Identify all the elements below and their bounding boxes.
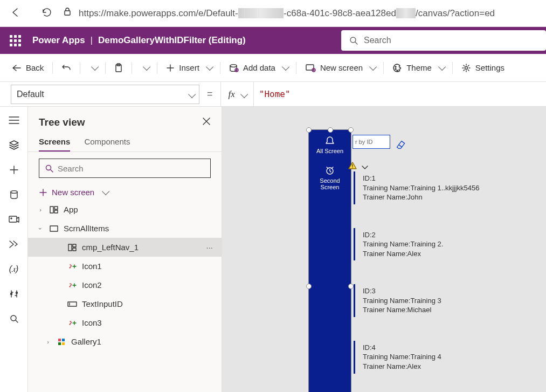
theme-button[interactable]: Theme: [387, 60, 449, 76]
tab-screens[interactable]: Screens: [39, 133, 70, 152]
data-pane-icon[interactable]: [6, 189, 22, 201]
cmp-leftnav-preview[interactable]: All Screen Second Screen: [308, 129, 351, 392]
advanced-tools-icon[interactable]: [6, 288, 22, 300]
url-text[interactable]: https://make.powerapps.com/e/Default-███…: [79, 8, 495, 19]
gallery-item[interactable]: ID:3 Training Name:Training 3 Trainer Na…: [354, 284, 494, 317]
svg-rect-23: [68, 244, 72, 251]
svg-point-8: [395, 66, 396, 67]
site-info-icon[interactable]: [63, 7, 72, 19]
gallery-item[interactable]: ID:2 Training Name:Training 2. Trainer N…: [354, 228, 494, 261]
eraser-icon[interactable]: [394, 139, 407, 152]
nav-all-screen[interactable]: All Screen: [309, 130, 351, 160]
tree-search[interactable]: [39, 159, 211, 178]
tree-search-input[interactable]: [58, 164, 205, 173]
tree-item-app[interactable]: › App: [28, 200, 222, 219]
tree-item-textinputid[interactable]: TextInputID: [28, 294, 222, 313]
variables-icon[interactable]: (𝑥): [6, 263, 22, 275]
new-screen-button[interactable]: New screen: [300, 60, 380, 75]
svg-rect-21: [54, 210, 58, 213]
canvas[interactable]: All Screen Second Screen r by ID ID:1 Tr…: [222, 107, 546, 392]
svg-rect-13: [9, 216, 17, 222]
gallery-item[interactable]: ID:1 Training Name:Training 1..kkjjjkk54…: [354, 171, 494, 204]
tree-panel: Tree view Screens Components New screen …: [28, 107, 222, 392]
tree-new-screen[interactable]: New screen: [28, 184, 222, 200]
search-icon: [349, 36, 358, 45]
power-automate-icon[interactable]: [6, 238, 22, 250]
svg-point-12: [11, 191, 17, 194]
svg-rect-27: [58, 339, 61, 341]
paste-button[interactable]: [109, 60, 128, 76]
settings-button[interactable]: Settings: [456, 60, 510, 76]
svg-rect-30: [62, 342, 65, 345]
media-pane-icon[interactable]: [6, 214, 22, 225]
app-launcher-icon[interactable]: [6, 32, 24, 49]
bell-icon: [324, 135, 335, 146]
equals-label: =: [199, 88, 220, 100]
search-icon: [45, 164, 53, 173]
tree-item-gallery1[interactable]: › Gallery1: [28, 332, 222, 351]
svg-rect-22: [50, 226, 58, 231]
close-icon[interactable]: [202, 117, 211, 128]
tree-item-icon1[interactable]: Icon1: [28, 257, 222, 276]
more-icon[interactable]: ···: [203, 243, 216, 252]
left-rail: (𝑥): [0, 107, 28, 392]
tree-list: › App › ScrnAllItems cmp_LeftNav_1 ··· I…: [28, 200, 222, 392]
hamburger-icon[interactable]: [6, 114, 22, 126]
tree-view-icon[interactable]: [6, 139, 22, 151]
gallery-preview[interactable]: ID:1 Training Name:Training 1..kkjjjkk54…: [354, 171, 494, 392]
header-separator: |: [91, 35, 93, 46]
svg-rect-25: [73, 248, 76, 251]
back-button[interactable]: Back: [6, 60, 49, 75]
command-bar: Back Insert Add data New screen Theme Se…: [0, 54, 546, 82]
svg-point-1: [350, 37, 356, 43]
property-selector[interactable]: Default: [11, 85, 199, 104]
svg-rect-19: [50, 207, 53, 213]
svg-rect-20: [54, 207, 58, 209]
svg-point-17: [11, 315, 16, 321]
brand-label[interactable]: Power Apps: [32, 35, 85, 46]
tab-components[interactable]: Components: [84, 133, 130, 152]
global-search[interactable]: Search: [341, 30, 546, 51]
svg-rect-24: [73, 244, 76, 247]
document-title[interactable]: DemoGalleryWithIDFilter (Editing): [98, 35, 246, 46]
back-icon[interactable]: [10, 6, 22, 20]
insert-button[interactable]: Insert: [161, 60, 217, 75]
alarm-icon: [324, 165, 335, 176]
svg-point-10: [397, 70, 398, 71]
nav-second-screen[interactable]: Second Screen: [309, 160, 351, 196]
svg-point-11: [465, 66, 467, 69]
svg-rect-0: [65, 11, 70, 15]
tree-item-icon3[interactable]: Icon3: [28, 313, 222, 332]
formula-value[interactable]: "Home": [254, 89, 291, 99]
refresh-icon[interactable]: [41, 6, 53, 20]
warning-icon[interactable]: [348, 162, 357, 171]
app-header: Power Apps | DemoGalleryWithIDFilter (Ed…: [0, 27, 546, 54]
browser-bar: https://make.powerapps.com/e/Default-███…: [0, 0, 546, 27]
search-pane-icon[interactable]: [6, 313, 22, 325]
svg-point-14: [11, 218, 12, 219]
tree-item-cmp-leftnav[interactable]: cmp_LeftNav_1 ···: [28, 238, 222, 257]
svg-rect-28: [62, 339, 65, 341]
add-data-button[interactable]: Add data: [224, 60, 293, 75]
search-placeholder: Search: [364, 36, 391, 45]
fx-button[interactable]: fx: [221, 89, 253, 100]
insert-pane-icon[interactable]: [6, 164, 22, 176]
paste-dropdown[interactable]: [135, 62, 154, 74]
tree-title: Tree view: [39, 116, 85, 128]
svg-point-4: [230, 64, 237, 67]
tree-item-icon2[interactable]: Icon2: [28, 276, 222, 294]
svg-point-9: [395, 68, 396, 70]
gallery-item[interactable]: ID:4 Training Name:Training 4 Trainer Na…: [354, 341, 494, 374]
filter-by-id-input[interactable]: r by ID: [353, 135, 390, 149]
svg-point-18: [46, 166, 51, 170]
undo-button[interactable]: [56, 60, 77, 76]
undo-history-dropdown[interactable]: [84, 62, 102, 74]
tree-item-scrnallitems[interactable]: › ScrnAllItems: [28, 219, 222, 238]
formula-bar: Default = fx "Home": [0, 82, 546, 107]
svg-rect-29: [58, 342, 61, 345]
